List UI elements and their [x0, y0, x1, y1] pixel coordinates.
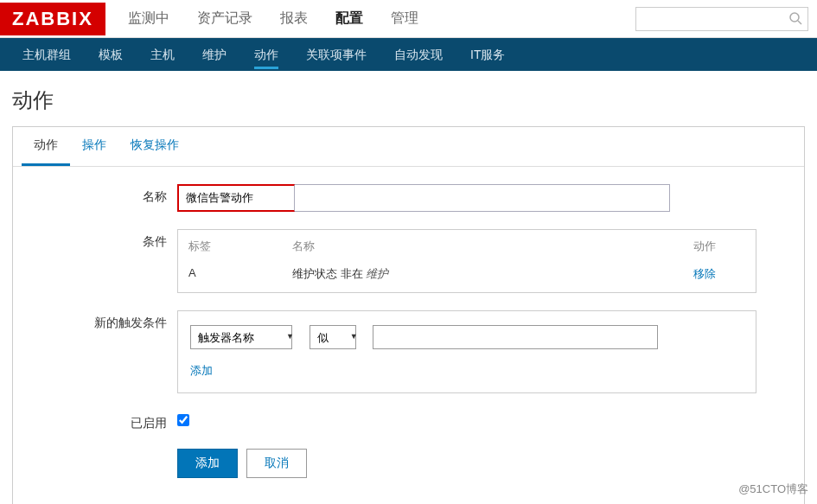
label-conditions: 条件: [30, 229, 177, 250]
row-enabled: 已启用: [30, 411, 787, 431]
top-menu-monitoring[interactable]: 监测中: [126, 1, 171, 36]
remove-condition-link[interactable]: 移除: [693, 267, 716, 280]
row-new-trigger: 新的触发条件 触发器名称 似 添加: [30, 310, 787, 393]
trigger-type-select[interactable]: 触发器名称: [190, 325, 292, 349]
content-panel: 动作 操作 恢复操作 名称 条件 标签 名称 动作 A: [12, 126, 805, 504]
tab-recovery[interactable]: 恢复操作: [118, 127, 191, 166]
sub-nav-discovery[interactable]: 自动发现: [380, 38, 456, 71]
top-menu: 监测中 资产记录 报表 配置 管理: [126, 1, 635, 36]
row-conditions: 条件 标签 名称 动作 A 维护状态 非在 维护 移除: [30, 229, 787, 293]
row-name: 名称: [30, 184, 787, 212]
add-condition-link[interactable]: 添加: [190, 363, 213, 379]
trigger-value-input[interactable]: [373, 325, 658, 349]
name-field-rest[interactable]: [295, 184, 670, 212]
condition-tag: A: [188, 266, 292, 282]
name-field[interactable]: [177, 184, 295, 212]
sub-nav-actions[interactable]: 动作: [240, 38, 292, 71]
enabled-checkbox[interactable]: [177, 414, 189, 426]
sub-nav-maintenance[interactable]: 维护: [188, 38, 240, 71]
col-tag-header: 标签: [188, 239, 292, 254]
sub-nav-correlation[interactable]: 关联项事件: [292, 38, 380, 71]
col-name-header: 名称: [292, 239, 693, 254]
top-menu-configuration[interactable]: 配置: [334, 1, 365, 36]
page-title: 动作: [0, 71, 817, 126]
search-input[interactable]: [635, 7, 808, 31]
top-nav: ZABBIX 监测中 资产记录 报表 配置 管理: [0, 0, 817, 38]
tab-operations[interactable]: 操作: [70, 127, 118, 166]
tabs: 动作 操作 恢复操作: [13, 127, 804, 167]
sub-nav-hostgroups[interactable]: 主机群组: [9, 38, 85, 71]
action-form: 名称 条件 标签 名称 动作 A 维护状态 非在 维护: [13, 167, 804, 504]
label-new-trigger: 新的触发条件: [30, 310, 177, 331]
col-action-header: 动作: [693, 239, 745, 254]
condition-name-italic: 维护: [366, 267, 388, 280]
sub-nav-itservices[interactable]: IT服务: [456, 38, 519, 71]
conditions-header: 标签 名称 动作: [178, 230, 756, 261]
sub-nav: 主机群组 模板 主机 维护 动作 关联项事件 自动发现 IT服务: [0, 38, 817, 71]
cancel-button[interactable]: 取消: [246, 449, 307, 478]
label-name: 名称: [30, 184, 177, 205]
row-buttons: 添加 取消: [30, 449, 787, 478]
top-menu-reports[interactable]: 报表: [278, 1, 310, 36]
top-menu-inventory[interactable]: 资产记录: [195, 1, 254, 36]
sub-nav-hosts[interactable]: 主机: [137, 38, 188, 71]
new-trigger-box: 触发器名称 似 添加: [177, 310, 756, 393]
label-enabled: 已启用: [30, 411, 177, 431]
svg-line-1: [798, 21, 801, 24]
svg-point-0: [790, 13, 799, 22]
watermark: @51CTO博客: [738, 482, 808, 497]
logo[interactable]: ZABBIX: [0, 3, 105, 35]
condition-name-text: 维护状态 非在: [292, 267, 366, 280]
sub-nav-templates[interactable]: 模板: [85, 38, 137, 71]
search-icon: [788, 11, 802, 28]
conditions-table: 标签 名称 动作 A 维护状态 非在 维护 移除: [177, 229, 756, 293]
table-row: A 维护状态 非在 维护 移除: [178, 261, 756, 292]
submit-button[interactable]: 添加: [177, 449, 238, 478]
tab-action[interactable]: 动作: [22, 127, 70, 166]
top-menu-administration[interactable]: 管理: [389, 1, 420, 36]
condition-name: 维护状态 非在 维护: [292, 266, 693, 282]
trigger-op-select[interactable]: 似: [310, 325, 356, 349]
